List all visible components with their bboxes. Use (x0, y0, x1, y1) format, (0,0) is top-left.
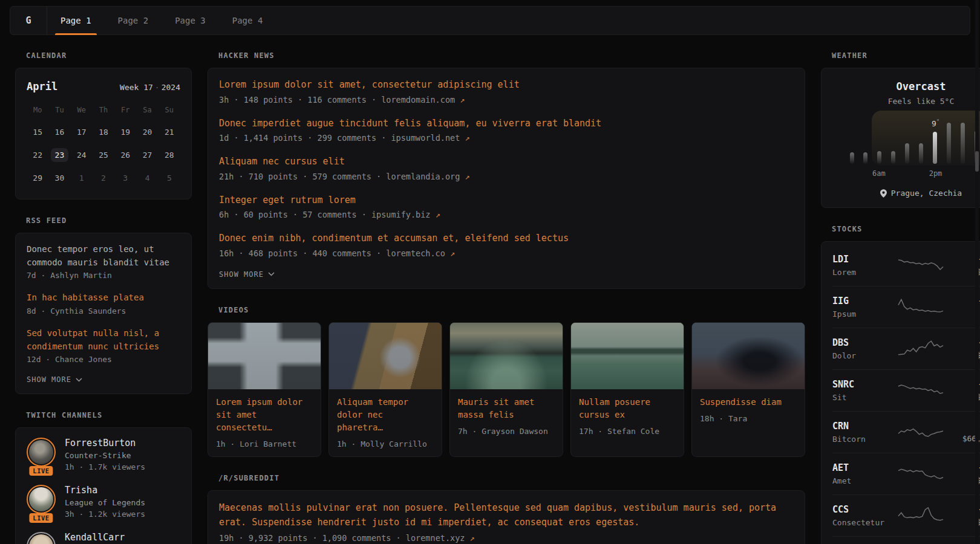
stock-row[interactable]: CRNBitcorn-1.00%$66,171.48 (832, 412, 980, 453)
video-card[interactable]: Aliquam tempor dolor nec pharetra…1h · M… (328, 322, 442, 457)
hackernews-item-domain-link[interactable]: loremdomain.com ↗ (381, 95, 465, 105)
twitch-channel-name[interactable]: KendallCarr (65, 532, 125, 543)
stock-row[interactable]: DBSDolor+1.42%$156.28 (832, 328, 980, 370)
weather-time-label: 2pm (929, 169, 942, 178)
subreddit-item-title[interactable]: Maecenas mollis pulvinar erat non posuer… (219, 500, 794, 531)
calendar-day-cell: 20 (136, 121, 158, 143)
middle-column: HACKER NEWS Lorem ipsum dolor sit amet, … (207, 51, 805, 544)
video-title[interactable]: Nullam posuere cursus ex (579, 396, 676, 421)
dashboard-page: G Page 1Page 2Page 3Page 4 CALENDAR Apri… (0, 0, 980, 544)
video-card-body: Lorem ipsum dolor sit amet consectetu…1h… (208, 389, 321, 456)
stock-sparkline (897, 378, 946, 403)
stock-identity: AETAmet (832, 462, 897, 485)
video-title[interactable]: Lorem ipsum dolor sit amet consectetu… (216, 396, 313, 434)
stock-row[interactable]: SNRCSit+1.36%$148.64 (832, 370, 980, 412)
app-logo[interactable]: G (10, 7, 47, 34)
stock-row[interactable]: AETAmet+0.92%$499.72 (832, 453, 980, 495)
hackernews-item-title[interactable]: Donec imperdiet augue tincidunt felis al… (219, 117, 794, 131)
rss-item-title[interactable]: In hac habitasse platea (27, 291, 180, 305)
hackernews-item-title[interactable]: Donec enim nibh, condimentum et accumsan… (219, 232, 794, 245)
scrollbar-track[interactable] (975, 0, 979, 544)
video-title[interactable]: Aliquam tempor dolor nec pharetra… (337, 396, 434, 434)
rss-section-title: RSS FEED (26, 216, 192, 225)
scrollbar-thumb[interactable] (975, 151, 979, 172)
main-grid: CALENDAR April Week 17·2024 MoTuWeThFrSa… (0, 35, 980, 544)
stock-row[interactable]: LDILorem+4.35%$795.18 (832, 245, 980, 287)
video-card[interactable]: Lorem ipsum dolor sit amet consectetu…1h… (207, 322, 321, 457)
weather-hourly-chart: 9° 6am2pm10pm (849, 119, 980, 179)
nav-tab-page-2[interactable]: Page 2 (105, 7, 162, 34)
calendar-card: April Week 17·2024 MoTuWeThFrSaSu1516171… (15, 68, 192, 199)
calendar-day-number: 3 (119, 171, 132, 185)
calendar-section: CALENDAR April Week 17·2024 MoTuWeThFrSa… (15, 51, 192, 199)
twitch-channel-row[interactable]: KendallCarr (27, 532, 180, 544)
calendar-day-cell: 22 (27, 144, 48, 166)
twitch-card: LIVEForrestBurtonCounter-Strike1h · 1.7k… (15, 427, 192, 544)
stock-symbol: CRN (832, 421, 897, 432)
subreddit-item-domain-link[interactable]: loremnet.xyz ↗ (406, 533, 475, 543)
video-card-body: Mauris sit amet massa felis7h · Grayson … (450, 389, 563, 444)
avatar (29, 440, 53, 464)
video-card[interactable]: Nullam posuere cursus ex17h · Stefan Col… (570, 322, 684, 457)
calendar-day-number: 18 (94, 125, 113, 139)
page-tabs: Page 1Page 2Page 3Page 4 (47, 7, 276, 34)
calendar-day-number: 26 (116, 148, 134, 162)
nav-tab-page-4[interactable]: Page 4 (219, 7, 276, 34)
hackernews-item-title[interactable]: Lorem ipsum dolor sit amet, consectetur … (219, 78, 794, 92)
hackernews-item-domain-link[interactable]: ipsumify.biz ↗ (371, 210, 440, 219)
twitch-avatar (27, 485, 56, 514)
rss-item-title[interactable]: Donec tempor eros leo, ut commodo mauris… (27, 243, 180, 269)
twitch-section-title: TWITCH CHANNELS (26, 411, 192, 419)
hackernews-item-domain-link[interactable]: loremtech.co ↗ (386, 248, 455, 258)
hackernews-item-title[interactable]: Integer eget rutrum lorem (219, 193, 794, 207)
left-column: CALENDAR April Week 17·2024 MoTuWeThFrSa… (15, 51, 192, 544)
stock-name: Ipsum (832, 309, 897, 319)
nav-tab-page-3[interactable]: Page 3 (162, 7, 219, 34)
twitch-channel-row[interactable]: LIVETrishaLeague of Legends3h · 1.2k vie… (27, 485, 180, 519)
video-title[interactable]: Suspendisse diam (700, 396, 797, 409)
rss-show-more-button[interactable]: SHOW MORE (27, 375, 180, 384)
weather-temp-bar (850, 152, 854, 164)
twitch-channel-row[interactable]: LIVEForrestBurtonCounter-Strike1h · 1.7k… (27, 438, 180, 471)
external-link-icon: ↗ (465, 172, 469, 181)
hackernews-show-more-button[interactable]: SHOW MORE (219, 270, 794, 279)
calendar-weekday-header: We (71, 102, 93, 120)
calendar-day-cell: 15 (27, 121, 48, 143)
nav-tab-page-1[interactable]: Page 1 (47, 7, 105, 34)
twitch-channel-name[interactable]: Trisha (65, 485, 145, 496)
video-title[interactable]: Mauris sit amet massa felis (458, 396, 555, 421)
stock-name: Amet (832, 476, 897, 485)
hackernews-item-title[interactable]: Aliquam nec cursus elit (219, 155, 794, 169)
weather-temp-bar (905, 143, 909, 164)
rss-item-meta: 12d · Chance Jones (27, 355, 180, 364)
video-card[interactable]: Suspendisse diam18h · Tara (691, 322, 805, 457)
hackernews-item: Lorem ipsum dolor sit amet, consectetur … (219, 78, 794, 105)
video-card[interactable]: Mauris sit amet massa felis7h · Grayson … (449, 322, 563, 457)
stock-row[interactable]: IIGIpsum+2.84%$42.04 (832, 287, 980, 328)
videos-section: VIDEOS Lorem ipsum dolor sit amet consec… (207, 306, 805, 457)
stock-row[interactable]: CCSConsectetur+0.51%$165.84 (832, 495, 980, 537)
stock-identity: LDILorem (832, 254, 897, 277)
calendar-day-cell: 29 (27, 167, 48, 189)
live-badge: LIVE (29, 513, 53, 523)
stocks-section: STOCKS LDILorem+4.35%$795.18IIGIpsum+2.8… (821, 225, 980, 544)
twitch-channel-info: TrishaLeague of Legends3h · 1.2k viewers (65, 485, 145, 519)
subreddit-list: Maecenas mollis pulvinar erat non posuer… (219, 500, 794, 543)
weather-location-label: Prague, Czechia (891, 189, 962, 198)
hackernews-item-stats: 1d · 1,414 points · 299 comments · (219, 133, 391, 143)
twitch-section: TWITCH CHANNELS LIVEForrestBurtonCounter… (15, 411, 192, 544)
twitch-avatar-wrap: LIVE (27, 438, 56, 471)
rss-item-title[interactable]: Sed volutpat nulla nisl, a condimentum n… (27, 327, 180, 353)
stock-row[interactable]: AHS+0.46% (832, 537, 980, 544)
weather-condition: Overcast (832, 80, 980, 92)
stock-symbol: SNRC (832, 379, 897, 390)
hackernews-item-domain-link[interactable]: ipsumworld.net ↗ (391, 133, 469, 143)
twitch-channel-name[interactable]: ForrestBurton (65, 438, 145, 448)
hackernews-card: Lorem ipsum dolor sit amet, consectetur … (207, 68, 805, 289)
hackernews-item-domain-link[interactable]: loremlandia.org ↗ (386, 172, 469, 181)
calendar-week-number: Week 17 (120, 83, 153, 92)
weather-temp-bar (891, 151, 895, 164)
calendar-day-number: 22 (28, 148, 47, 162)
sparkline-chart (897, 295, 944, 317)
calendar-weekday-header: Sa (136, 102, 158, 120)
